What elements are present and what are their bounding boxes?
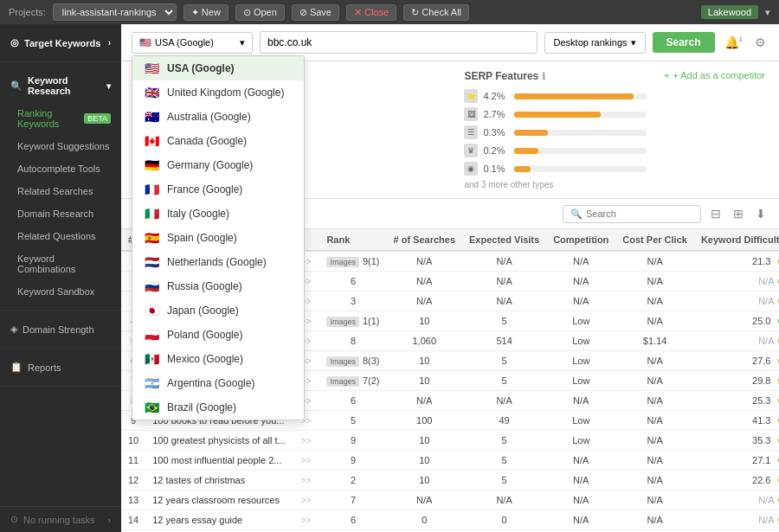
row-expand[interactable]: >> <box>293 451 320 471</box>
new-button[interactable]: ✦ New <box>183 4 229 21</box>
row-num: 12 <box>121 471 145 490</box>
sidebar-item-reports[interactable]: 📋 Reports <box>0 356 121 379</box>
row-difficulty: N/A <box>694 490 779 510</box>
row-expand[interactable]: >> <box>293 431 320 451</box>
search-bar: 🇺🇸 USA (Google) ▾ Desktop rankings ▾ Sea… <box>121 24 779 61</box>
dropdown-item-germany[interactable]: 🇩🇪Germany (Google) <box>132 153 304 177</box>
sidebar-item-target-keywords[interactable]: ◎ Target Keywords › <box>0 31 121 54</box>
check-all-button[interactable]: ↻ Check All <box>403 4 469 21</box>
flag-uk-icon: 🇬🇧 <box>143 87 160 99</box>
row-visits: N/A <box>462 391 546 411</box>
row-searches: N/A <box>386 272 462 292</box>
grid-icon-button[interactable]: ⊞ <box>731 204 746 223</box>
table-row: 14 12 years essay guide >> 6 0 0 N/A N/A… <box>121 510 779 530</box>
row-rank: 7 <box>319 490 386 510</box>
images-badge: Images <box>326 376 359 387</box>
flag-netherlands-icon: 🇳🇱 <box>143 256 160 268</box>
download-icon-button[interactable]: ⬇ <box>753 204 769 223</box>
top-bar-left: Projects: link-assistant-rankings ✦ New … <box>9 3 701 21</box>
dropdown-item-russia[interactable]: 🇷🇺Russia (Google) <box>132 274 304 298</box>
sidebar-item-autocomplete-tools[interactable]: Autocomplete Tools <box>0 157 121 180</box>
sidebar-item-keyword-sandbox[interactable]: Keyword Sandbox <box>0 280 121 303</box>
projects-label: Projects: <box>9 7 46 17</box>
dropdown-item-poland[interactable]: 🇵🇱Poland (Google) <box>132 323 304 347</box>
sidebar-item-keyword-research[interactable]: 🔍 Keyword Research ▾ <box>0 69 121 102</box>
dropdown-item-australia[interactable]: 🇦🇺Australia (Google) <box>132 105 304 129</box>
row-difficulty: N/A <box>694 510 779 529</box>
row-cpc: N/A <box>615 292 694 311</box>
row-num: 14 <box>121 510 145 530</box>
save-button[interactable]: ⊘ Save <box>292 4 339 21</box>
sidebar-item-keyword-suggestions[interactable]: Keyword Suggestions <box>0 135 121 157</box>
sidebar-bottom: ⊙ No running tasks › <box>0 506 121 532</box>
sidebar-item-keyword-combinations[interactable]: Keyword Combinations <box>0 247 121 280</box>
dropdown-item-brazil[interactable]: 🇧🇷Brazil (Google) <box>132 395 304 420</box>
row-competition: Low <box>546 311 615 331</box>
sidebar-item-related-searches[interactable]: Related Searches <box>0 180 121 202</box>
col-rank: Rank <box>319 229 386 251</box>
row-cpc: N/A <box>615 272 694 292</box>
row-searches: 0 <box>386 510 462 530</box>
country-select-button[interactable]: 🇺🇸 USA (Google) ▾ <box>132 32 253 54</box>
row-competition: N/A <box>546 471 615 490</box>
top-bar-right: Lakewood ▾ <box>701 5 770 19</box>
sidebar-item-related-questions[interactable]: Related Questions <box>0 225 121 247</box>
images-badge: Images <box>326 356 359 367</box>
domain-icon: ◈ <box>10 324 17 335</box>
serp-row-4: ◉ 0.1% <box>464 162 646 176</box>
close-button[interactable]: ✕ Close <box>346 4 396 21</box>
plus-icon: + <box>664 70 669 80</box>
dropdown-item-italy[interactable]: 🇮🇹Italy (Google) <box>132 202 304 226</box>
dropdown-item-canada[interactable]: 🇨🇦Canada (Google) <box>132 129 304 153</box>
gear-icon-button[interactable]: ⚙ <box>752 33 769 52</box>
row-searches: 100 <box>386 411 462 431</box>
row-rank: 6 <box>319 391 386 411</box>
dropdown-item-netherlands[interactable]: 🇳🇱Netherlands (Google) <box>132 250 304 274</box>
sidebar-item-ranking-keywords[interactable]: Ranking Keywords BETA <box>0 102 121 135</box>
dropdown-item-mexico[interactable]: 🇲🇽Mexico (Google) <box>132 347 304 371</box>
dropdown-item-japan[interactable]: 🇯🇵Japan (Google) <box>132 298 304 323</box>
row-expand[interactable]: >> <box>293 471 320 490</box>
row-difficulty: 29.8 <box>694 371 779 390</box>
table-search-input[interactable] <box>586 208 699 219</box>
row-competition: Low <box>546 331 615 351</box>
search-button[interactable]: Search <box>653 32 715 53</box>
search-icon: 🔍 <box>10 80 23 92</box>
row-competition: N/A <box>546 391 615 411</box>
bell-icon-button[interactable]: 🔔1 <box>722 33 745 52</box>
images-badge: Images <box>326 257 359 267</box>
row-expand[interactable]: >> <box>293 490 320 510</box>
ranking-type-button[interactable]: Desktop rankings ▾ <box>544 32 646 54</box>
chevron-down-icon: ▾ <box>240 37 245 48</box>
row-cpc: $1.14 <box>615 331 694 351</box>
keyword-research-section: 🔍 Keyword Research ▾ Ranking Keywords BE… <box>0 62 121 311</box>
no-running-tasks: ⊙ No running tasks › <box>0 507 121 532</box>
sidebar-item-domain-strength[interactable]: ◈ Domain Strength <box>0 317 121 341</box>
serp-row-1: 🖼 2.7% <box>464 107 646 121</box>
row-rank: 3 <box>319 292 386 311</box>
row-cpc: N/A <box>615 251 694 272</box>
row-rank: 9 <box>319 451 386 471</box>
sidebar-item-domain-research[interactable]: Domain Research <box>0 202 121 225</box>
chevron-down-icon: ▾ <box>106 81 111 91</box>
row-competition: N/A <box>546 272 615 292</box>
row-rank: 6 <box>319 510 386 530</box>
open-button[interactable]: ⊙ Open <box>235 4 285 21</box>
dropdown-item-argentina[interactable]: 🇦🇷Argentina (Google) <box>132 371 304 395</box>
table-row: 12 12 tastes of christmas >> 2 10 5 N/A … <box>121 471 779 490</box>
row-rank: 2 <box>319 471 386 490</box>
add-competitor-button[interactable]: + + Add as a competitor <box>664 70 765 80</box>
row-visits: 5 <box>462 371 546 391</box>
row-visits: 5 <box>462 311 546 331</box>
url-input[interactable] <box>260 31 538 54</box>
project-select[interactable]: link-assistant-rankings <box>53 3 177 21</box>
serp-star-icon: ⭐ <box>464 89 478 103</box>
row-expand[interactable]: >> <box>293 510 320 530</box>
dropdown-item-france[interactable]: 🇫🇷France (Google) <box>132 177 304 202</box>
dropdown-item-uk[interactable]: 🇬🇧United Kingdom (Google) <box>132 80 304 105</box>
filter-icon-button[interactable]: ⊟ <box>708 204 724 223</box>
serp-row-0: ⭐ 4.2% <box>464 89 646 103</box>
dropdown-item-spain[interactable]: 🇪🇸Spain (Google) <box>132 226 304 250</box>
dropdown-item-usa[interactable]: 🇺🇸USA (Google) <box>132 56 304 80</box>
content-area: 🇺🇸 USA (Google) ▾ Desktop rankings ▾ Sea… <box>121 24 779 532</box>
